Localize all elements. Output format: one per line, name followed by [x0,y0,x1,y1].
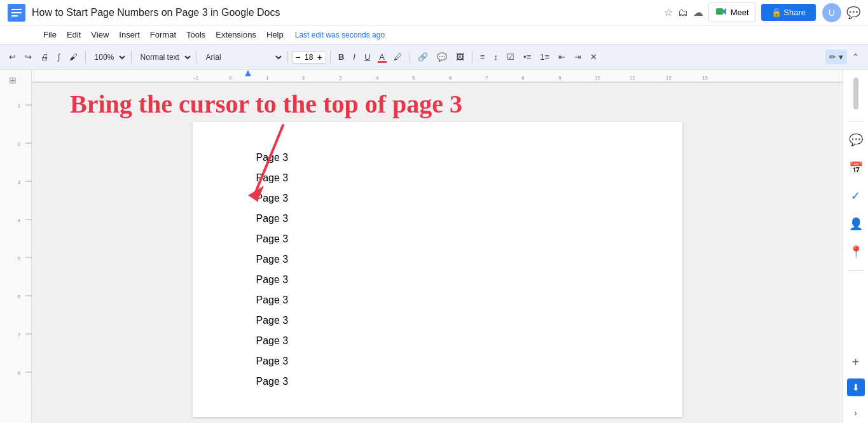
document-area[interactable]: -1 0 1 2 3 4 5 6 7 8 9 10 11 12 13 Bring… [32,70,843,423]
menu-extensions[interactable]: Extensions [210,29,261,41]
meet-icon [715,6,727,19]
lock-icon: 🔒 [771,8,782,17]
page-line-12: Page 3 [256,371,619,392]
print-button[interactable]: 🖨 [37,50,53,64]
align-button[interactable]: ≡ [476,50,489,64]
right-sidebar: 💬 📅 ✓ 👤 📍 + ⬇ › [843,70,868,423]
menu-insert[interactable]: Insert [114,29,145,41]
title-bar: How to Start Page Numbers on Page 3 in G… [0,0,868,25]
expand-button[interactable]: ⌃ [848,50,863,64]
svg-text:10: 10 [595,75,600,81]
meet-button[interactable]: Meet [708,3,756,22]
checklist-button[interactable]: ☑ [503,50,518,64]
edit-mode-button[interactable]: ✏ ▾ [825,50,847,64]
page-line-8: Page 3 [256,290,619,310]
page-line-10: Page 3 [256,331,619,351]
paint-format-button[interactable]: 🖌 [65,50,81,64]
ruler-toggle-icon[interactable]: ⊞ [9,75,17,85]
svg-marker-23 [245,70,251,76]
clear-format-button[interactable]: ✕ [586,50,601,64]
numbered-list-button[interactable]: 1≡ [536,50,553,64]
svg-rect-3 [11,15,18,17]
page-line-7: Page 3 [256,270,619,290]
user-avatar[interactable]: U [822,3,841,22]
bullet-list-button[interactable]: •≡ [520,50,535,64]
separator-4 [287,51,288,64]
highlight-button[interactable]: 🖊 [390,50,406,64]
expand-sidebar-icon[interactable]: › [854,408,857,418]
bold-button[interactable]: B [334,50,348,64]
sidebar-maps-icon[interactable]: 📍 [846,242,865,261]
svg-text:0: 0 [229,75,232,81]
last-edit-status[interactable]: Last edit was seconds ago [295,31,385,39]
sidebar-plus-button[interactable]: + [852,355,860,370]
font-size-increase[interactable]: + [316,52,324,62]
share-label: Share [783,8,806,17]
comment-button[interactable]: 💬 [433,50,451,64]
page-line-3: Page 3 [256,188,619,209]
svg-rect-2 [11,12,22,13]
svg-text:6: 6 [449,75,452,81]
font-size-box: − 18 + [292,51,326,64]
svg-text:7: 7 [485,75,488,81]
undo-button[interactable]: ↩ [5,50,20,64]
underline-button[interactable]: U [361,50,374,64]
cloud-icon[interactable]: ☁ [693,6,703,18]
sidebar-contacts-icon[interactable]: 👤 [846,214,865,233]
font-size-value[interactable]: 18 [302,53,316,62]
page-line-9: Page 3 [256,310,619,331]
zoom-select[interactable]: 100% 75% 125% 150% [90,51,127,64]
annotation-container: Bring the cursor to the top of page 3 [32,83,843,122]
svg-text:9: 9 [558,75,561,81]
separator-1 [85,51,86,64]
star-icon[interactable]: ☆ [664,6,673,18]
menu-format[interactable]: Format [145,29,181,41]
redo-button[interactable]: ↪ [21,50,36,64]
document-page[interactable]: Page 3 Page 3 Page 3 Page 3 Page 3 Page … [193,122,682,417]
font-size-decrease[interactable]: − [294,52,302,62]
style-select[interactable]: Normal text Heading 1 Heading 2 Title [135,51,193,64]
drive-icon[interactable]: 🗂 [678,7,688,18]
sidebar-chat-icon[interactable]: 💬 [846,130,865,149]
share-button[interactable]: 🔒 Share [761,4,816,21]
menu-file[interactable]: File [38,29,62,41]
svg-rect-4 [716,8,723,15]
menu-view[interactable]: View [86,29,114,41]
page-line-2: Page 3 [256,168,619,188]
svg-text:2: 2 [18,141,21,147]
svg-text:1: 1 [266,75,269,81]
spellcheck-button[interactable]: ∫ [54,50,64,64]
line-spacing-button[interactable]: ↕ [490,50,502,64]
accessibility-icon: ⬇ [852,382,860,392]
top-ruler: -1 0 1 2 3 4 5 6 7 8 9 10 11 12 13 [32,70,843,83]
annotation-text: Bring the cursor to the top of page 3 [70,89,843,119]
italic-button[interactable]: I [349,50,359,64]
menu-help[interactable]: Help [261,29,289,41]
text-color-button[interactable]: A [375,50,389,64]
page-line-6: Page 3 [256,249,619,270]
indent-decrease-button[interactable]: ⇤ [555,50,569,64]
menu-edit[interactable]: Edit [62,29,86,41]
svg-text:4: 4 [18,218,21,223]
doc-title: How to Start Page Numbers on Page 3 in G… [32,7,664,18]
toolbar: ↩ ↪ 🖨 ∫ 🖌 100% 75% 125% 150% Normal text… [0,45,868,70]
menu-tools[interactable]: Tools [181,29,210,41]
sidebar-tasks-icon[interactable]: ✓ [846,186,865,205]
page-content: Page 3 Page 3 Page 3 Page 3 Page 3 Page … [193,122,682,417]
scroll-thumb[interactable] [853,78,858,109]
svg-text:5: 5 [18,256,21,261]
title-icons: ☆ 🗂 ☁ [664,6,703,18]
svg-text:3: 3 [339,75,342,81]
color-indicator [378,61,387,63]
link-button[interactable]: 🔗 [414,50,432,64]
image-button[interactable]: 🖼 [452,50,468,64]
font-select[interactable]: Arial Times New Roman Courier New [201,51,284,64]
svg-text:13: 13 [702,75,708,81]
sidebar-calendar-icon[interactable]: 📅 [846,158,865,177]
indent-increase-button[interactable]: ⇥ [570,50,585,64]
page-line-11: Page 3 [256,351,619,371]
accessibility-button[interactable]: ⬇ [847,378,865,396]
separator-2 [131,51,132,64]
notifications-icon[interactable]: 💬 [846,6,860,20]
svg-text:11: 11 [630,75,635,81]
